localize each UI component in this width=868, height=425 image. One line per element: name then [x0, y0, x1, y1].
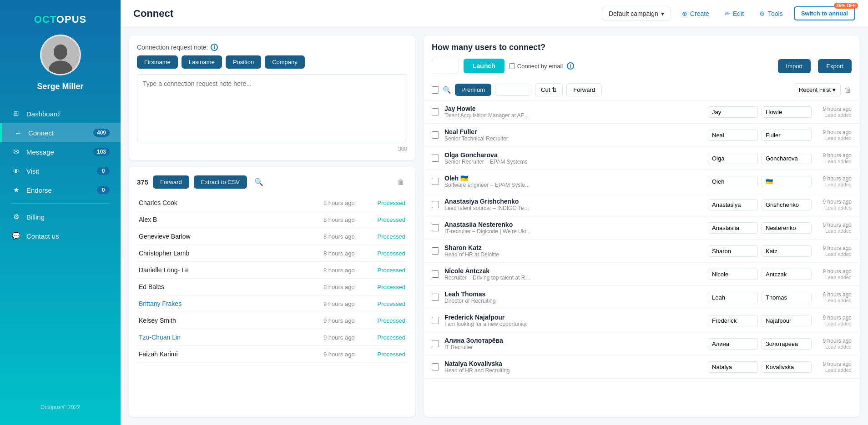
contact-row[interactable]: Nicole Antczak Recruiter – Driving top t…: [424, 263, 860, 286]
contact-row[interactable]: Jay Howle Talent Acquisition Manager at …: [424, 100, 860, 124]
forward-list-button[interactable]: Forward: [153, 175, 189, 189]
connect-by-email-label[interactable]: Connect by email i: [509, 62, 574, 70]
sidebar-item-connect[interactable]: ↔ Connect 409: [0, 123, 121, 142]
list-item[interactable]: Kelsey Smith 9 hours ago Processed: [137, 312, 407, 329]
contact-time-value: 9 hours ago: [815, 245, 852, 251]
list-item[interactable]: Tzu-Chuan Lin 9 hours ago Processed: [137, 329, 407, 346]
contact-info: Olga Goncharova Senior Recruiter – EPAM …: [444, 151, 704, 165]
contact-row[interactable]: Алина Золотарёва IT Recruiter 9 hours ag…: [424, 332, 860, 355]
forward-filter-button[interactable]: Forward: [566, 83, 602, 96]
contact-last-name-input[interactable]: [762, 199, 812, 210]
contact-subtitle: IT-recruiter – Digicode | We're Ukr...: [444, 228, 531, 235]
list-item[interactable]: Alex B 8 hours ago Processed: [137, 211, 407, 228]
contact-checkbox[interactable]: [432, 317, 439, 324]
connect-email-checkbox[interactable]: [509, 63, 515, 69]
contact-checkbox[interactable]: [432, 155, 439, 162]
contact-last-name-input[interactable]: [762, 130, 812, 141]
select-all-checkbox[interactable]: [432, 86, 439, 94]
contact-row[interactable]: Anastasiya Grishchenko Lead talent sourc…: [424, 193, 860, 216]
list-item[interactable]: Brittany Frakes 9 hours ago Processed: [137, 295, 407, 312]
cut-button[interactable]: Cut ⇅: [535, 83, 563, 96]
contact-first-name-input[interactable]: [708, 361, 758, 373]
contact-row[interactable]: Oleh 🇺🇦 Software engineer – EPAM Syste..…: [424, 170, 860, 193]
premium-filter-button[interactable]: Premium: [455, 84, 491, 96]
position-tag-button[interactable]: Position: [226, 55, 261, 69]
contact-first-name-input[interactable]: [708, 338, 758, 350]
contact-last-name-input[interactable]: [762, 245, 812, 257]
contact-checkbox[interactable]: [432, 363, 439, 370]
contact-checkbox[interactable]: [432, 247, 439, 255]
sidebar-item-visit[interactable]: 👁 Visit 0: [0, 161, 121, 180]
launch-button[interactable]: Launch: [464, 59, 505, 73]
contact-time-value: 9 hours ago: [815, 268, 852, 275]
contact-last-name-input[interactable]: [762, 292, 812, 303]
contacts-delete-button[interactable]: 🗑: [844, 86, 852, 94]
sidebar-item-contact[interactable]: 💬 Contact us: [0, 226, 121, 245]
contact-row[interactable]: Natalya Kovalivska Head of HR and Recrui…: [424, 355, 860, 379]
sidebar-item-dashboard[interactable]: ⊞ Dashboard: [0, 104, 121, 123]
contact-row[interactable]: Neal Fuller Senior Technical Recruiter 9…: [424, 124, 860, 147]
contact-first-name-input[interactable]: [708, 269, 758, 280]
sidebar-item-endorse[interactable]: ★ Endorse 0: [0, 180, 121, 200]
campaign-dropdown[interactable]: Default campaign ▾: [602, 7, 671, 20]
filter-search-icon[interactable]: 🔍: [443, 86, 451, 94]
contact-last-name-input[interactable]: [762, 315, 812, 326]
contact-first-name-input[interactable]: [708, 199, 758, 210]
list-item[interactable]: Faizah Karimi 9 hours ago Processed: [137, 346, 407, 363]
launch-input[interactable]: [432, 58, 459, 74]
edit-button[interactable]: ✏ Edit: [720, 7, 748, 20]
create-button[interactable]: ⊕ Create: [677, 7, 714, 20]
contact-last-name-input[interactable]: [762, 269, 812, 280]
contact-last-name-input[interactable]: [762, 338, 812, 350]
list-item[interactable]: Christopher Lamb 8 hours ago Processed: [137, 245, 407, 262]
contact-last-name-input[interactable]: [762, 153, 812, 164]
contact-last-name-input[interactable]: [762, 222, 812, 234]
contact-row[interactable]: Anastasiia Nesterenko IT-recruiter – Dig…: [424, 216, 860, 240]
sidebar-item-billing[interactable]: ⚙ Billing: [0, 207, 121, 226]
contact-checkbox[interactable]: [432, 294, 439, 301]
sidebar-item-message[interactable]: ✉ Message 103: [0, 142, 121, 161]
switch-to-annual-button[interactable]: Switch to annual 35% OFF: [794, 6, 855, 20]
list-item[interactable]: Danielle Long- Le 8 hours ago Processed: [137, 262, 407, 279]
sort-dropdown[interactable]: Recent First ▾: [794, 83, 841, 96]
contact-first-name-input[interactable]: [708, 153, 758, 164]
firstname-tag-button[interactable]: Firstname: [137, 55, 178, 69]
contact-first-name-input[interactable]: [708, 130, 758, 141]
contact-last-name-input[interactable]: [762, 361, 812, 373]
contact-first-name-input[interactable]: [708, 222, 758, 234]
list-item[interactable]: Charles Cook 8 hours ago Processed: [137, 195, 407, 211]
contact-checkbox[interactable]: [432, 224, 439, 231]
contact-checkbox[interactable]: [432, 340, 439, 347]
contact-first-name-input[interactable]: [708, 292, 758, 303]
contact-last-name-input[interactable]: [762, 106, 812, 118]
contact-first-name-input[interactable]: [708, 245, 758, 257]
contact-checkbox[interactable]: [432, 201, 439, 208]
contact-row[interactable]: Sharon Katz Head of HR at Deloitte 9 hou…: [424, 240, 860, 263]
list-item[interactable]: Ed Bales 8 hours ago Processed: [137, 279, 407, 295]
filter-text-input[interactable]: [495, 84, 531, 96]
contact-checkbox[interactable]: [432, 270, 439, 278]
list-item[interactable]: Genevieve Barlow 8 hours ago Processed: [137, 228, 407, 245]
contact-subtitle: Software engineer – EPAM Syste...: [444, 182, 531, 188]
contact-row[interactable]: Olga Goncharova Senior Recruiter – EPAM …: [424, 147, 860, 170]
contact-time-label: Lead added: [815, 205, 852, 210]
contact-checkbox[interactable]: [432, 131, 439, 139]
tools-button[interactable]: ⚙ Tools: [755, 7, 787, 20]
list-search-button[interactable]: 🔍: [252, 175, 266, 189]
export-button[interactable]: Export: [818, 59, 852, 73]
contact-first-name-input[interactable]: [708, 106, 758, 118]
contact-checkbox[interactable]: [432, 178, 439, 185]
contact-first-name-input[interactable]: [708, 176, 758, 187]
list-item-name: Genevieve Barlow: [139, 233, 323, 240]
contact-checkbox[interactable]: [432, 108, 439, 115]
lastname-tag-button[interactable]: Lastname: [182, 55, 222, 69]
contact-last-name-input[interactable]: [762, 176, 812, 187]
contact-row[interactable]: Leah Thomas Director of Recruiting 9 hou…: [424, 286, 860, 309]
note-textarea[interactable]: [137, 74, 407, 142]
contact-row[interactable]: Frederick Najafpour I am looking for a n…: [424, 309, 860, 332]
contact-first-name-input[interactable]: [708, 315, 758, 326]
company-tag-button[interactable]: Company: [265, 55, 305, 69]
extract-csv-button[interactable]: Extract to CSV: [194, 175, 247, 189]
list-delete-button[interactable]: 🗑: [394, 175, 407, 189]
import-button[interactable]: Import: [778, 59, 811, 73]
